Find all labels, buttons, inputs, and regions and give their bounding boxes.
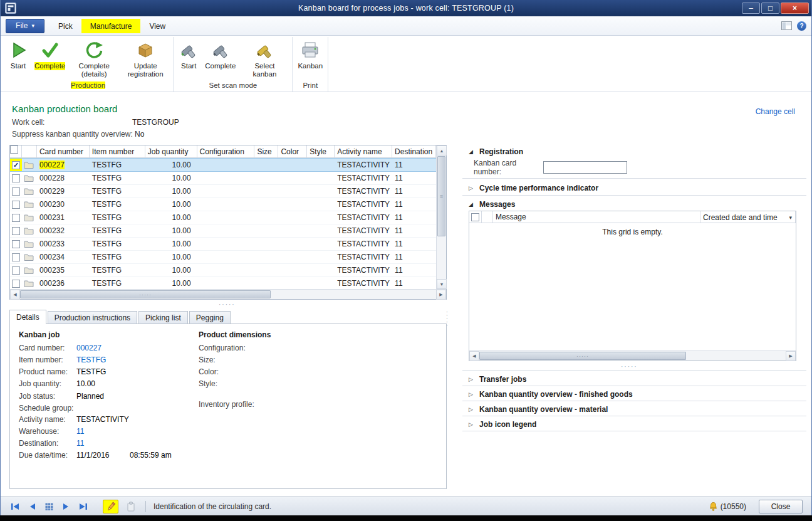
table-row[interactable]: 000234 TESTFG 10.00 TESTACTIVITY 11: [10, 251, 436, 264]
horizontal-scroll-thumb[interactable]: ·····: [20, 290, 271, 298]
col-header-message[interactable]: Message: [493, 211, 700, 223]
next-record-button[interactable]: [60, 500, 71, 513]
section-job-icon-legend[interactable]: ▷Job icon legend: [469, 418, 805, 430]
row-checkbox-cell[interactable]: ✓: [10, 159, 22, 171]
col-header-destination[interactable]: Destination: [392, 145, 436, 157]
maximize-button[interactable]: □: [761, 3, 779, 14]
col-header-created[interactable]: Created date and time▾: [700, 211, 796, 223]
update-registration-button[interactable]: Update registration: [120, 37, 170, 80]
tab-manufacture[interactable]: Manufacture: [81, 19, 141, 33]
section-messages[interactable]: ◢Messages: [469, 198, 805, 210]
checkbox-checked[interactable]: ✓: [12, 161, 20, 169]
grid-view-button[interactable]: [43, 500, 55, 513]
start-production-button[interactable]: Complete Start: [6, 37, 31, 71]
bell-icon[interactable]: [709, 502, 718, 511]
checkbox-unchecked[interactable]: [12, 227, 20, 235]
item-number-link[interactable]: TESTFG: [76, 355, 106, 364]
checkbox-unchecked[interactable]: [12, 266, 20, 275]
row-checkbox-cell[interactable]: [10, 238, 22, 250]
tab-pegging[interactable]: Pegging: [189, 311, 231, 324]
scroll-left-icon[interactable]: ◀: [469, 351, 479, 361]
table-row[interactable]: 000232 TESTFG 10.00 TESTACTIVITY 11: [10, 224, 436, 238]
splitter-grip[interactable]: ·····: [219, 301, 236, 308]
vertical-scroll-thumb[interactable]: ≡: [437, 156, 445, 236]
table-row[interactable]: 000236 TESTFG 10.00 TESTACTIVITY 11: [10, 277, 436, 290]
row-checkbox-cell[interactable]: [10, 277, 22, 290]
table-row[interactable]: 000235 TESTFG 10.00 TESTACTIVITY 11: [10, 264, 436, 277]
tab-production-instructions[interactable]: Production instructions: [48, 311, 137, 324]
last-record-button[interactable]: [77, 500, 88, 513]
table-row[interactable]: 000230 TESTFG 10.00 TESTACTIVITY 11: [10, 198, 436, 211]
checkbox-unchecked[interactable]: [12, 214, 20, 222]
tab-details[interactable]: Details: [9, 310, 46, 324]
table-row[interactable]: 000228 TESTFG 10.00 TESTACTIVITY 11: [10, 172, 436, 185]
select-all-checkbox[interactable]: [10, 145, 18, 154]
section-registration[interactable]: ◢Registration: [469, 145, 805, 157]
tab-view[interactable]: View: [140, 19, 174, 33]
destination-link[interactable]: 11: [76, 439, 84, 448]
previous-record-button[interactable]: [26, 500, 38, 513]
file-menu-button[interactable]: File ▾: [6, 19, 44, 33]
tab-pick[interactable]: Pick: [49, 19, 81, 33]
row-checkbox-cell[interactable]: [10, 185, 22, 197]
scroll-up-icon[interactable]: ▲: [437, 145, 447, 155]
scroll-left-icon[interactable]: ◀: [10, 290, 20, 300]
row-checkbox-cell[interactable]: [10, 211, 22, 224]
close-window-button[interactable]: ×: [781, 3, 809, 14]
scan-complete-button[interactable]: Complete: [202, 37, 238, 71]
row-checkbox-cell[interactable]: [10, 251, 22, 263]
section-kqo-material[interactable]: ▷Kanban quantity overview - material: [469, 403, 805, 415]
col-header-activity-name[interactable]: Activity name: [335, 145, 392, 157]
scroll-right-icon[interactable]: ▶: [436, 290, 446, 300]
col-header-size[interactable]: Size: [254, 145, 278, 157]
section-transfer-jobs[interactable]: ▷Transfer jobs: [469, 373, 805, 385]
complete-production-button[interactable]: Complete: [32, 37, 68, 71]
change-cell-link[interactable]: Change cell: [756, 107, 795, 116]
col-header-configuration[interactable]: Configuration: [197, 145, 255, 157]
table-row[interactable]: 000233 TESTFG 10.00 TESTACTIVITY 11: [10, 238, 436, 251]
select-all-cell[interactable]: [10, 145, 22, 157]
complete-details-button[interactable]: Complete (details): [69, 37, 119, 80]
col-header-job-quantity[interactable]: Job quantity: [145, 145, 197, 157]
tab-picking-list[interactable]: Picking list: [138, 311, 188, 324]
select-kanban-button[interactable]: Select kanban: [239, 37, 289, 80]
card-number-link[interactable]: 000227: [76, 344, 102, 352]
horizontal-scroll-thumb[interactable]: ·····: [479, 352, 686, 360]
row-checkbox-cell[interactable]: [10, 264, 22, 276]
window-layout-icon[interactable]: [781, 21, 792, 30]
help-icon[interactable]: ?: [797, 21, 806, 31]
close-button[interactable]: Close: [759, 500, 803, 513]
scroll-right-icon[interactable]: ▶: [786, 351, 796, 361]
checkbox-unchecked[interactable]: [12, 187, 20, 196]
table-row[interactable]: 000231 TESTFG 10.00 TESTACTIVITY 11: [10, 211, 436, 224]
col-header-card-number[interactable]: Card number: [37, 145, 90, 157]
edit-record-button[interactable]: [103, 500, 118, 513]
table-row[interactable]: 000229 TESTFG 10.00 TESTACTIVITY 11: [10, 185, 436, 198]
horizontal-scrollbar[interactable]: ◀ ····· ▶: [10, 289, 446, 299]
row-checkbox-cell[interactable]: [10, 172, 22, 184]
warehouse-link[interactable]: 11: [76, 427, 84, 436]
minimize-button[interactable]: –: [742, 3, 760, 14]
messages-select-all-cell[interactable]: [469, 211, 482, 223]
splitter-grip[interactable]: ·····: [621, 363, 638, 370]
scroll-down-icon[interactable]: ▼: [437, 279, 447, 289]
messages-horizontal-scrollbar[interactable]: ◀ ····· ▶: [469, 350, 796, 360]
scan-start-button[interactable]: Start: [176, 37, 201, 71]
print-kanban-button[interactable]: Kanban: [295, 37, 325, 71]
table-row[interactable]: ✓ 000227 TESTFG 10.00 TESTACTIVITY 11: [10, 158, 436, 172]
checkbox-unchecked[interactable]: [12, 174, 20, 182]
checkbox-unchecked[interactable]: [12, 240, 20, 248]
select-all-checkbox[interactable]: [471, 213, 479, 221]
vertical-scrollbar[interactable]: ▲ ≡ ▼: [436, 145, 446, 289]
row-checkbox-cell[interactable]: [10, 198, 22, 211]
col-header-item-number[interactable]: Item number: [90, 145, 145, 157]
kanban-card-number-input[interactable]: [543, 161, 627, 174]
checkbox-unchecked[interactable]: [12, 201, 20, 209]
section-cycle-time[interactable]: ▷Cycle time performance indicator: [469, 182, 805, 194]
first-record-button[interactable]: [9, 500, 21, 513]
notification-count[interactable]: (10550): [721, 502, 746, 511]
section-kqo-finished-goods[interactable]: ▷Kanban quantity overview - finished goo…: [469, 388, 805, 400]
col-header-style[interactable]: Style: [307, 145, 335, 157]
row-checkbox-cell[interactable]: [10, 224, 22, 237]
checkbox-unchecked[interactable]: [12, 253, 20, 261]
